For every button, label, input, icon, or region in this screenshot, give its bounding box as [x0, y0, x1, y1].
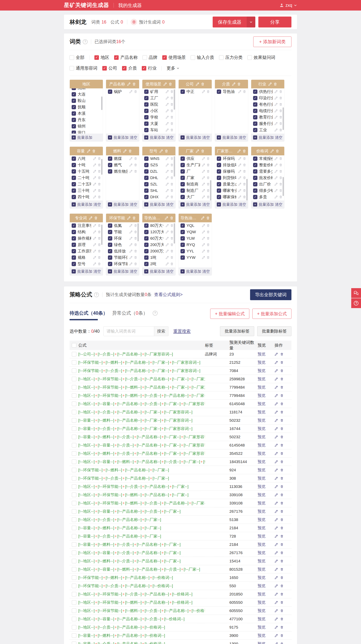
clear-button[interactable]: 清空	[202, 135, 210, 140]
delete-item-icon[interactable]	[98, 163, 101, 167]
edit-item-icon[interactable]	[274, 170, 278, 173]
clear-button[interactable]: 清空	[130, 135, 137, 140]
item-checkbox[interactable]: ✓	[144, 182, 148, 186]
item-checkbox[interactable]: ✓	[253, 182, 258, 186]
delete-formula-icon[interactable]	[280, 427, 284, 430]
scrollbar[interactable]	[174, 88, 175, 134]
batch-add-button[interactable]: +批量添加	[72, 135, 92, 140]
scrollbar-thumb[interactable]	[174, 223, 175, 244]
wechat-contact-button[interactable]	[351, 288, 361, 298]
item-checkbox[interactable]: ✓	[253, 156, 258, 161]
edit-item-icon[interactable]	[202, 182, 205, 186]
edit-formula-icon[interactable]	[274, 452, 278, 455]
item-checkbox[interactable]: ✓	[144, 156, 148, 161]
edit-item-icon[interactable]	[166, 157, 169, 160]
item-checkbox[interactable]: ✓	[108, 236, 112, 240]
delete-item-icon[interactable]	[206, 224, 210, 227]
filter-压力分类[interactable]: 压力分类	[219, 54, 242, 60]
filter-地区[interactable]: ✓地区	[94, 54, 109, 60]
row-checkbox[interactable]	[72, 567, 76, 572]
preview-link[interactable]: 预览	[258, 377, 266, 381]
delete-item-icon[interactable]	[206, 176, 210, 180]
item-checkbox[interactable]: ✓	[180, 176, 185, 180]
item-checkbox[interactable]: ✓	[108, 163, 112, 167]
edit-item-icon[interactable]	[274, 163, 278, 167]
edit-formula-icon[interactable]	[274, 435, 278, 438]
search-input[interactable]	[104, 326, 154, 336]
delete-formula-icon[interactable]	[280, 452, 284, 455]
edit-item-icon[interactable]	[274, 122, 278, 125]
edit-formula-icon[interactable]	[274, 568, 278, 571]
edit-formula-icon[interactable]	[274, 584, 278, 588]
delete-category-icon[interactable]	[132, 82, 136, 86]
delete-item-icon[interactable]	[170, 189, 174, 192]
delete-item-icon[interactable]	[134, 243, 137, 246]
delete-item-icon[interactable]	[243, 163, 246, 167]
filter-checkbox[interactable]: ✓	[94, 55, 99, 60]
item-checkbox[interactable]: ✓	[72, 224, 76, 228]
edit-item-icon[interactable]	[202, 170, 205, 173]
edit-formula-icon[interactable]	[274, 427, 278, 430]
reset-search-link[interactable]: 重置搜索	[173, 328, 191, 334]
item-checkbox[interactable]: ✓	[144, 169, 148, 174]
row-checkbox[interactable]	[72, 617, 76, 621]
filter-使用场景[interactable]: ✓使用场景	[162, 54, 186, 60]
item-checkbox[interactable]: ✓	[72, 230, 76, 234]
item-checkbox[interactable]: ✓	[253, 169, 258, 174]
delete-item-icon[interactable]	[243, 189, 246, 192]
row-checkbox[interactable]	[72, 460, 76, 464]
clear-button[interactable]: 清空	[238, 135, 246, 140]
edit-item-icon[interactable]	[238, 163, 242, 167]
edit-category-icon[interactable]	[268, 82, 272, 86]
delete-formula-icon[interactable]	[280, 642, 284, 644]
scrollbar-thumb[interactable]	[210, 180, 211, 200]
delete-formula-icon[interactable]	[280, 377, 284, 381]
edit-item-icon[interactable]	[166, 109, 169, 112]
batch-add-button[interactable]: +批量添加	[253, 135, 274, 140]
clear-button[interactable]: 清空	[94, 269, 101, 274]
filter-行业[interactable]: ✓行业	[142, 65, 156, 71]
edit-formula-icon[interactable]	[274, 551, 278, 554]
edit-item-icon[interactable]	[202, 157, 205, 160]
item-checkbox[interactable]: ✓	[144, 128, 148, 132]
preview-link[interactable]: 预览	[258, 418, 266, 422]
row-checkbox[interactable]	[72, 393, 76, 398]
preview-link[interactable]: 预览	[258, 393, 266, 398]
preview-link[interactable]: 预览	[258, 360, 266, 364]
delete-formula-icon[interactable]	[280, 468, 284, 472]
delete-formula-icon[interactable]	[280, 493, 284, 496]
edit-category-icon[interactable]	[270, 149, 274, 153]
scrollbar-thumb[interactable]	[282, 108, 284, 130]
batch-add-button[interactable]: +批量添加	[72, 269, 92, 274]
delete-item-icon[interactable]	[170, 250, 174, 253]
delete-item-icon[interactable]	[243, 195, 246, 198]
preview-link[interactable]: 预览	[258, 633, 266, 638]
delete-item-icon[interactable]	[170, 122, 174, 125]
row-checkbox[interactable]	[72, 492, 76, 497]
delete-item-icon[interactable]	[243, 176, 246, 180]
edit-formula-icon[interactable]	[274, 493, 278, 496]
delete-item-icon[interactable]	[170, 116, 174, 119]
delete-item-icon[interactable]	[98, 189, 101, 192]
delete-item-icon[interactable]	[170, 163, 174, 167]
item-checkbox[interactable]: ✓	[108, 249, 112, 253]
delete-category-icon[interactable]	[201, 149, 204, 153]
scrollbar-thumb[interactable]	[246, 179, 248, 200]
delete-item-icon[interactable]	[98, 250, 101, 253]
delete-formula-icon[interactable]	[280, 476, 284, 480]
edit-formula-icon[interactable]	[274, 642, 278, 644]
edit-item-icon[interactable]	[238, 189, 242, 192]
row-checkbox[interactable]	[72, 418, 76, 422]
delete-formula-icon[interactable]	[280, 410, 284, 414]
edit-formula-icon[interactable]	[274, 518, 278, 521]
batch-add-button[interactable]: +批量添加	[180, 269, 201, 274]
edit-item-icon[interactable]	[274, 96, 278, 100]
delete-formula-icon[interactable]	[280, 543, 284, 546]
delete-formula-icon[interactable]	[280, 626, 284, 629]
edit-item-icon[interactable]	[93, 224, 96, 227]
row-checkbox[interactable]	[72, 352, 76, 356]
row-checkbox[interactable]	[72, 509, 76, 514]
scrollbar[interactable]	[282, 155, 284, 200]
item-checkbox[interactable]: ✓	[72, 182, 76, 186]
scrollbar-thumb[interactable]	[174, 89, 175, 110]
